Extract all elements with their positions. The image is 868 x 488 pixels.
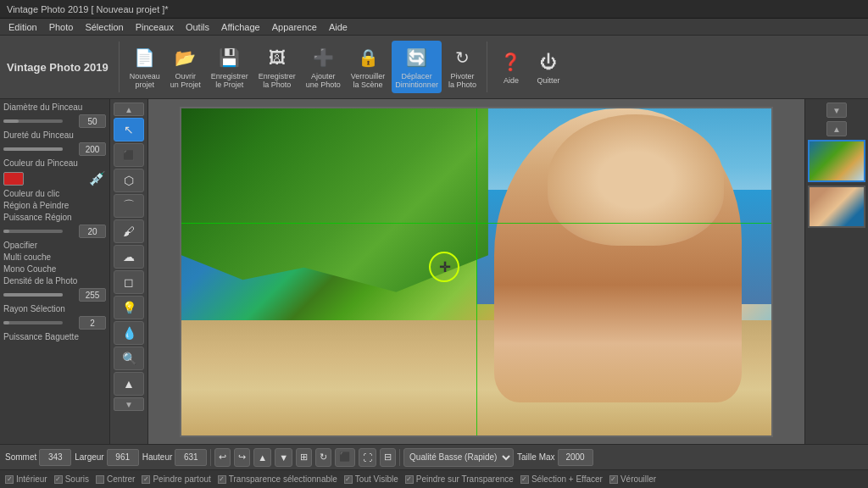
btn-pivoter[interactable]: ↻ Pivoterla Photo (445, 41, 480, 93)
tool-scroll-down[interactable]: ▼ (114, 397, 144, 411)
thumbnail-1[interactable] (808, 140, 865, 182)
dropper-tool-icon[interactable]: 💉 (89, 170, 106, 186)
hauteur-input[interactable] (175, 449, 207, 466)
btn-bottom-fit[interactable]: ⊞ (296, 448, 312, 467)
btn-aide[interactable]: ❓ Aide (494, 45, 528, 89)
fit-icon: ⊞ (300, 452, 308, 463)
tool-round[interactable]: ⬡ (114, 169, 144, 192)
btn-quitter[interactable]: ⏻ Quitter (531, 45, 565, 89)
btn-nouveau-projet[interactable]: 📄 Nouveauprojet (126, 41, 164, 93)
btn-bottom-undo[interactable]: ↩ (214, 448, 231, 467)
btn-verrouiller[interactable]: 🔒 Verrouillerla Scène (348, 41, 389, 93)
tool-select[interactable]: ↖ (114, 118, 144, 141)
tool-bulb[interactable]: 💡 (114, 296, 144, 319)
rayon-input[interactable] (79, 316, 106, 330)
toolbar-sep-2 (487, 42, 487, 92)
densite-slider[interactable] (3, 293, 63, 297)
tool-lasso[interactable]: ⌒ (114, 194, 144, 218)
menu-photo[interactable]: Photo (44, 20, 79, 34)
panel-diametre: Diamètre du Pinceau (3, 103, 106, 112)
lbl-verrouiller: Vérouiller (620, 474, 656, 484)
canvas-guide-vertical (476, 108, 477, 435)
puissance-input[interactable] (79, 225, 106, 238)
aide-icon: ❓ (498, 48, 525, 75)
durete-slider[interactable] (3, 147, 63, 151)
btn-bottom-rotate[interactable]: ↻ (315, 448, 331, 467)
right-panel: ▼ ▲ (804, 99, 868, 444)
opacifier-label: Opacifier (3, 241, 37, 250)
thumb2-img (810, 187, 864, 226)
diametre-input[interactable] (79, 114, 106, 128)
nouveau-projet-icon: 📄 (131, 44, 159, 71)
btn-bottom-redo[interactable]: ↪ (234, 448, 250, 467)
sommet-input[interactable] (39, 449, 71, 466)
tool-eraser[interactable]: ◻ (114, 270, 144, 294)
chk-peindre-partout[interactable]: ✓ (142, 475, 150, 484)
undo-icon: ↩ (219, 452, 226, 463)
menu-pinceaux[interactable]: Pinceaux (131, 20, 179, 34)
couleur-pinceau-box[interactable] (3, 172, 24, 186)
status-peindre-transparence: ✓ Peindre sur Transparence (405, 474, 514, 484)
btn-bottom-fullscreen[interactable]: ⛶ (359, 448, 376, 467)
menu-affichage[interactable]: Affichage (216, 20, 265, 34)
thumbnail-2[interactable] (808, 186, 865, 228)
taille-max-input[interactable] (558, 449, 593, 466)
lbl-peindre-transparence: Peindre sur Transparence (416, 474, 514, 484)
chk-tout-visible[interactable]: ✓ (344, 475, 353, 484)
quitter-label: Quitter (537, 77, 559, 86)
baguette-label: Puissance Baguette (3, 332, 79, 341)
region-label: Région à Peindre (3, 201, 69, 210)
chk-peindre-transparence[interactable]: ✓ (405, 475, 414, 484)
chk-centrer[interactable] (96, 475, 104, 484)
btn-enregistrer-photo[interactable]: 🖼 Enregistrerla Photo (255, 41, 299, 93)
densite-input[interactable] (79, 288, 106, 302)
right-scroll-up-arrow[interactable]: ▲ (826, 121, 847, 136)
canvas-area[interactable]: ✛ (148, 99, 804, 444)
chk-interieur[interactable]: ✓ (5, 475, 14, 484)
tool-zoom[interactable]: 🔍 (114, 347, 144, 370)
right-scroll-down-arrow[interactable]: ▼ (826, 103, 847, 118)
btn-enregistrer-projet[interactable]: 💾 Enregistrerle Projet (208, 41, 252, 93)
diametre-slider[interactable] (3, 119, 63, 123)
tool-cloud[interactable]: ☁ (114, 245, 144, 269)
btn-bottom-up[interactable]: ▲ (253, 448, 271, 467)
ajouter-photo-icon: ➕ (309, 44, 337, 71)
puissance-slider[interactable] (3, 230, 63, 233)
couleur-pinceau-label: Couleur du Pinceau (3, 158, 78, 168)
tool-brush[interactable]: 🖌 (114, 219, 144, 243)
tool-triangle-up[interactable]: ▲ (114, 372, 144, 396)
enregistrer-projet-icon: 💾 (216, 44, 243, 71)
panel-puissance-region: Puissance Région (3, 213, 106, 222)
pivoter-label: Pivoterla Photo (448, 73, 476, 90)
chk-souris[interactable]: ✓ (54, 475, 63, 484)
btn-bottom-down[interactable]: ▼ (275, 448, 292, 467)
chk-selection-effacer[interactable]: ✓ (520, 475, 529, 484)
btn-deplacer-dimensionner[interactable]: 🔄 DéplacerDimintionner (392, 41, 442, 93)
panel-puissance-ctrl (3, 225, 106, 238)
puissance-region-label: Puissance Région (3, 213, 72, 222)
status-tout-visible: ✓ Tout Visible (344, 474, 398, 484)
rayon-slider[interactable] (3, 321, 63, 324)
menu-apparence[interactable]: Apparence (267, 20, 322, 34)
menu-edition[interactable]: Edition (3, 20, 42, 34)
tool-dropper[interactable]: 💧 (114, 321, 144, 345)
largeur-input[interactable] (107, 449, 139, 466)
menu-aide[interactable]: Aide (324, 20, 353, 34)
bottom-sep-1 (210, 449, 211, 466)
chk-transparence[interactable]: ✓ (218, 475, 226, 484)
durete-input[interactable] (79, 142, 106, 156)
ajouter-photo-label: Ajouterune Photo (306, 73, 341, 90)
lbl-centrer: Centrer (107, 474, 135, 484)
panel-couleur-pinceau: Couleur du Pinceau (3, 158, 106, 168)
quality-select[interactable]: Qualité Basse (Rapide) Qualité Haute (403, 448, 514, 467)
menu-outils[interactable]: Outils (181, 20, 214, 34)
chk-verrouiller[interactable]: ✓ (609, 475, 618, 484)
btn-bottom-grid[interactable]: ⊟ (380, 448, 396, 467)
btn-ouvrir-projet[interactable]: 📂 Ouvrirun Projet (167, 41, 204, 93)
btn-ajouter-photo[interactable]: ➕ Ajouterune Photo (303, 41, 344, 93)
tool-square[interactable]: ⬛ (114, 143, 144, 167)
tool-scroll-up[interactable]: ▲ (114, 103, 144, 116)
panel-multi-couche: Multi couche (3, 252, 106, 262)
menu-selection[interactable]: Sélection (80, 20, 128, 34)
btn-bottom-mirror[interactable]: ⬛ (335, 448, 355, 467)
